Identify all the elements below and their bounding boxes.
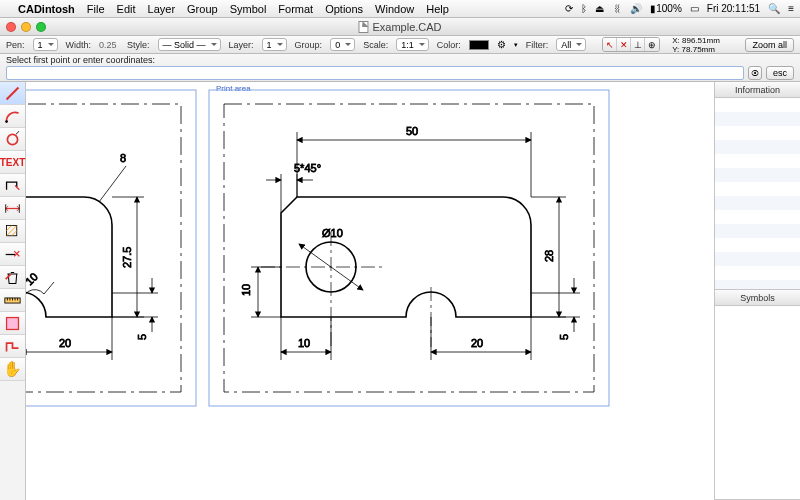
command-hint: Select first point or enter coordinates: — [6, 55, 794, 65]
dim-5r: 5 — [558, 334, 570, 340]
filter-label: Filter: — [526, 40, 549, 50]
wifi-icon: ⧛ — [612, 3, 622, 14]
symbols-panel-header[interactable]: Symbols — [715, 290, 800, 306]
menu-window[interactable]: Window — [375, 3, 414, 15]
svg-rect-10 — [209, 90, 609, 406]
circle-tool[interactable] — [0, 128, 25, 151]
minimize-window[interactable] — [21, 22, 31, 32]
width-value: 0.25 — [99, 40, 119, 50]
dim-l5: 5 — [136, 334, 148, 340]
coord-y-label: Y: — [672, 45, 679, 54]
pen-select[interactable]: 1 — [33, 38, 58, 51]
tool-palette: TEXT ✋ — [0, 82, 26, 500]
command-hint-row: Select first point or enter coordinates:… — [0, 54, 800, 82]
svg-point-1 — [5, 120, 8, 123]
dim-dia10: Ø10 — [322, 227, 343, 239]
dim-28: 28 — [543, 250, 555, 262]
drawing-canvas[interactable]: Print area — [26, 82, 714, 500]
width-label: Width: — [66, 40, 92, 50]
hatch-tool[interactable] — [0, 220, 25, 243]
coordinate-input[interactable] — [6, 66, 744, 80]
layer-select[interactable]: 1 — [262, 38, 287, 51]
information-panel-header[interactable]: Information — [715, 82, 800, 98]
close-window[interactable] — [6, 22, 16, 32]
coord-x-label: X: — [672, 36, 680, 45]
filter-select[interactable]: All — [556, 38, 586, 51]
color-label: Color: — [437, 40, 461, 50]
erase-tool[interactable] — [0, 243, 25, 266]
mac-menubar: CADintosh File Edit Layer Group Symbol F… — [0, 0, 800, 18]
text-tool[interactable]: TEXT — [0, 151, 25, 174]
svg-rect-11 — [224, 104, 594, 392]
esc-button[interactable]: esc — [766, 66, 794, 80]
snap-tool[interactable] — [0, 312, 25, 335]
scale-select[interactable]: 1:1 — [396, 38, 429, 51]
snap-center-icon[interactable]: ⊕ — [645, 38, 659, 51]
stepper-icon[interactable]: ⦿ — [748, 66, 762, 80]
style-label: Style: — [127, 40, 150, 50]
dim-5x45: 5*45° — [294, 162, 321, 174]
rect-tool[interactable] — [0, 174, 25, 197]
flag-icon: ▭ — [690, 3, 699, 14]
menu-edit[interactable]: Edit — [117, 3, 136, 15]
svg-point-2 — [7, 134, 17, 144]
snap-endpoint-icon[interactable]: ↖ — [603, 38, 617, 51]
scale-label: Scale: — [363, 40, 388, 50]
snap-perp-icon[interactable]: ⊥ — [631, 38, 645, 51]
pan-tool[interactable]: ✋ — [0, 358, 25, 381]
volume-icon: 🔊 — [630, 3, 642, 14]
dim-50: 50 — [406, 125, 418, 137]
battery-status: ▮ 100% — [650, 3, 682, 14]
menu-group[interactable]: Group — [187, 3, 218, 15]
zoom-window[interactable] — [36, 22, 46, 32]
style-select[interactable]: — Solid — — [158, 38, 221, 51]
color-swatch[interactable] — [469, 40, 489, 50]
dimension-tool[interactable] — [0, 197, 25, 220]
sync-icon: ⟳ — [565, 3, 573, 14]
pen-label: Pen: — [6, 40, 25, 50]
trash-tool[interactable] — [0, 266, 25, 289]
svg-line-0 — [7, 87, 19, 99]
svg-line-46 — [44, 282, 54, 294]
menu-format[interactable]: Format — [278, 3, 313, 15]
notifications-icon[interactable]: ≡ — [788, 3, 794, 14]
spotlight-icon[interactable]: 🔍 — [768, 3, 780, 14]
menu-help[interactable]: Help — [426, 3, 449, 15]
group-label: Group: — [295, 40, 323, 50]
coord-x: 896.51mm — [682, 36, 720, 45]
properties-toolbar: Pen: 1 Width: 0.25 Style: — Solid — Laye… — [0, 36, 800, 54]
arc-tool[interactable] — [0, 105, 25, 128]
line-tool[interactable] — [0, 82, 25, 105]
menu-options[interactable]: Options — [325, 3, 363, 15]
measure-tool[interactable] — [0, 289, 25, 312]
svg-rect-9 — [7, 317, 19, 329]
app-menu[interactable]: CADintosh — [18, 3, 75, 15]
menu-layer[interactable]: Layer — [148, 3, 176, 15]
dim-l20: 20 — [59, 337, 71, 349]
dim-l10: 10 — [26, 270, 40, 287]
clock: Fri 20:11:51 — [707, 3, 760, 14]
group-select[interactable]: 0 — [330, 38, 355, 51]
gear-icon[interactable]: ⚙ — [497, 39, 506, 50]
bluetooth-icon: ᛒ — [581, 3, 587, 14]
window-titlebar: Example.CAD — [0, 18, 800, 36]
information-panel — [715, 98, 800, 290]
dim-27-5: 27.5 — [121, 247, 133, 268]
eject-icon: ⏏ — [595, 3, 604, 14]
menu-file[interactable]: File — [87, 3, 105, 15]
dim-10h: 10 — [298, 337, 310, 349]
dim-20r: 20 — [471, 337, 483, 349]
menu-symbol[interactable]: Symbol — [230, 3, 267, 15]
snap-x-icon[interactable]: ✕ — [617, 38, 631, 51]
symbols-panel — [715, 306, 800, 500]
snap-buttons: ↖ ✕ ⊥ ⊕ — [602, 37, 660, 52]
layer-label: Layer: — [229, 40, 254, 50]
window-title: Example.CAD — [372, 21, 441, 33]
svg-rect-12 — [26, 90, 196, 406]
document-icon — [358, 21, 368, 33]
zoom-all-button[interactable]: Zoom all — [745, 38, 794, 52]
dim-8: 8 — [120, 152, 126, 164]
poly-tool[interactable] — [0, 335, 25, 358]
svg-rect-13 — [26, 104, 181, 392]
coord-y: 78.75mm — [682, 45, 715, 54]
